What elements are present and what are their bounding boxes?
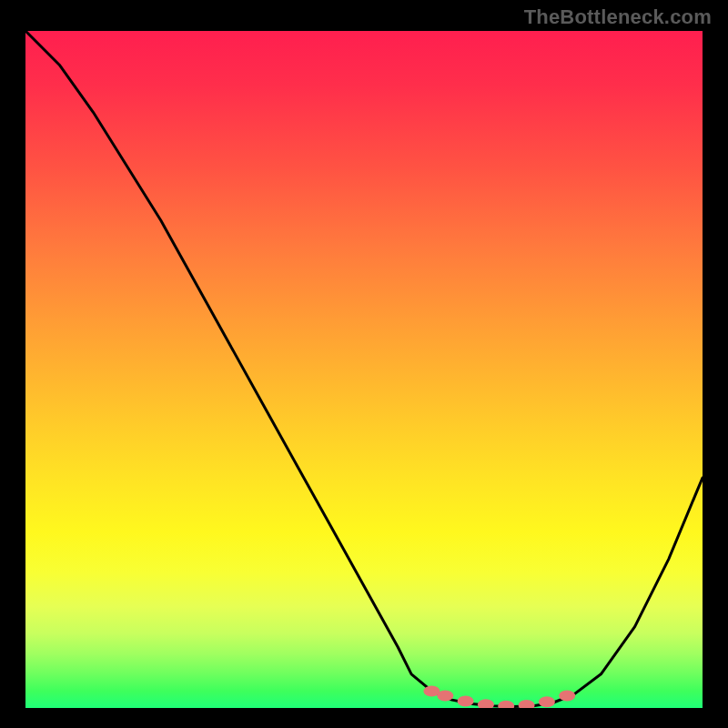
bottleneck-curve [25,31,703,707]
chart-svg [25,31,703,708]
optimal-marker [478,699,494,708]
optimal-marker [498,701,514,708]
chart-container: TheBottleneck.com [0,0,728,728]
optimal-marker [539,696,555,707]
optimal-marker [458,696,474,707]
optimal-marker [519,700,535,708]
optimal-markers [423,685,575,708]
watermark-text: TheBottleneck.com [524,5,712,29]
optimal-marker [437,691,453,702]
plot-area [25,31,703,708]
optimal-marker [559,691,575,702]
